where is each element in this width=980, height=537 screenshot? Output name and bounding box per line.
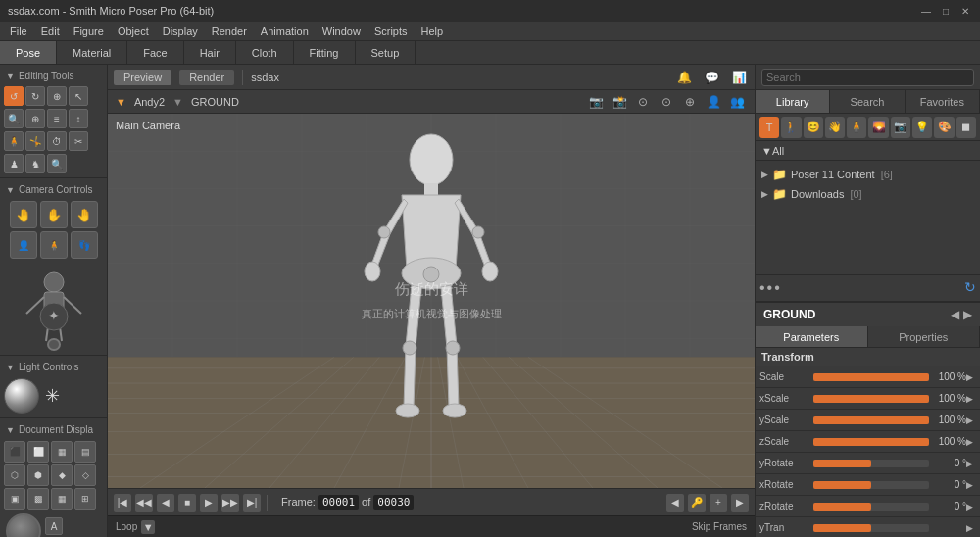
bell-icon[interactable]: 🔔: [674, 68, 694, 87]
tool-clock[interactable]: ⏱: [47, 131, 67, 151]
tool-chess[interactable]: ♟: [4, 154, 24, 173]
frame-total[interactable]: 00030: [373, 495, 414, 510]
vp-tab-render[interactable]: Render: [179, 70, 234, 85]
tab-face[interactable]: Face: [127, 41, 183, 64]
param-arrow-xrotate[interactable]: ▶: [966, 480, 976, 490]
chart-icon[interactable]: 📊: [729, 68, 749, 87]
doc-icon-12[interactable]: ⊞: [74, 488, 96, 510]
circle1-icon[interactable]: ⊙: [633, 92, 653, 112]
tool-arrow[interactable]: ↖: [69, 86, 88, 106]
tab-cloth[interactable]: Cloth: [236, 41, 294, 64]
tool-figure2[interactable]: 🤸: [25, 131, 45, 151]
rib-render-icon[interactable]: 🎨: [934, 117, 954, 138]
tool-menu[interactable]: ≡: [47, 109, 67, 128]
menu-help[interactable]: Help: [416, 24, 450, 39]
bc-rewind[interactable]: ◀: [666, 494, 684, 512]
lib-tab-search[interactable]: Search: [830, 90, 905, 113]
tab-hair[interactable]: Hair: [184, 41, 236, 64]
person-add-icon[interactable]: 👤: [704, 92, 723, 112]
tree-item-poser11[interactable]: ▶ 📁 Poser 11 Content [6]: [760, 165, 976, 184]
menu-file[interactable]: File: [4, 24, 33, 39]
cam-btn-hand-up[interactable]: ✋: [40, 201, 68, 228]
loop-dropdown[interactable]: ▼: [141, 520, 155, 534]
play-end-btn[interactable]: ▶|: [243, 494, 261, 512]
dots-icon[interactable]: •••: [760, 279, 782, 297]
rib-mat-icon[interactable]: ◼: [956, 117, 976, 138]
tool-chess2[interactable]: ♞: [25, 154, 45, 173]
param-arrow-yrotate[interactable]: ▶: [966, 459, 976, 468]
doc-icon-11[interactable]: ▦: [51, 488, 73, 510]
param-slider-ytran[interactable]: [813, 521, 929, 535]
bc-key[interactable]: 🔑: [688, 494, 706, 512]
play-start-btn[interactable]: |◀: [114, 494, 131, 512]
play-stop-btn[interactable]: ■: [178, 494, 196, 512]
tool-zoom-out[interactable]: 🔍: [4, 109, 24, 128]
param-arrow-yscale[interactable]: ▶: [966, 415, 976, 425]
rib-walk-icon[interactable]: 🚶: [781, 117, 801, 138]
tool-zoom-in[interactable]: ⊕: [25, 109, 45, 128]
rib-body-icon[interactable]: 🧍: [847, 117, 866, 138]
tool-extra[interactable]: ↕: [69, 109, 88, 128]
chat-icon[interactable]: 💬: [702, 68, 721, 87]
doc-icon-10[interactable]: ▩: [27, 488, 49, 510]
tool-add[interactable]: ⊕: [47, 86, 67, 106]
menu-figure[interactable]: Figure: [68, 24, 110, 39]
tool-rotate[interactable]: ↺: [4, 86, 24, 106]
person2-icon[interactable]: 👥: [727, 92, 747, 112]
doc-icon-6[interactable]: ⬢: [27, 464, 49, 486]
doc-sphere[interactable]: [6, 513, 41, 537]
param-arrow-zrotate[interactable]: ▶: [966, 502, 976, 512]
tool-search[interactable]: 🔍: [47, 154, 67, 173]
rib-cam-icon[interactable]: 📷: [891, 117, 910, 138]
cam-btn-foot[interactable]: 👣: [71, 231, 98, 259]
params-collapse-btn[interactable]: ◀: [951, 308, 959, 321]
tool-cut[interactable]: ✂: [69, 131, 88, 151]
cam-btn-body[interactable]: 🧍: [40, 231, 68, 259]
param-slider-zscale[interactable]: [813, 435, 929, 449]
param-arrow-zscale[interactable]: ▶: [966, 437, 976, 447]
add-icon[interactable]: ⊕: [680, 92, 700, 112]
tool-figure1[interactable]: 🧍: [4, 131, 24, 151]
tree-item-downloads[interactable]: ▶ 📁 Downloads [0]: [760, 184, 976, 204]
rib-figure-icon[interactable]: T: [760, 117, 779, 138]
doc-icon-1[interactable]: ⬛: [4, 441, 25, 463]
refresh-icon[interactable]: ↻: [964, 279, 976, 297]
rib-light-icon[interactable]: 💡: [912, 117, 932, 138]
lib-tab-favorites[interactable]: Favorites: [906, 90, 980, 113]
params-expand-btn[interactable]: ▶: [963, 308, 972, 321]
doc-icon-2[interactable]: ⬜: [27, 441, 49, 463]
doc-icon-8[interactable]: ◇: [74, 464, 96, 486]
params-tab-parameters[interactable]: Parameters: [756, 326, 868, 347]
close-button[interactable]: ✕: [958, 4, 972, 18]
play-back-btn[interactable]: ◀: [157, 494, 174, 512]
doc-icon-3[interactable]: ▦: [51, 441, 73, 463]
menu-object[interactable]: Object: [112, 24, 155, 39]
param-arrow-scale[interactable]: ▶: [966, 372, 976, 382]
param-slider-xscale[interactable]: [813, 392, 929, 406]
param-slider-yrotate[interactable]: [813, 457, 929, 470]
rib-scene-icon[interactable]: 🌄: [868, 117, 888, 138]
play-next-btn[interactable]: ▶▶: [221, 494, 239, 512]
camera2-icon[interactable]: 📸: [610, 92, 629, 112]
doc-icon-7[interactable]: ◆: [51, 464, 73, 486]
cam-btn-hand-right[interactable]: 🤚: [71, 201, 98, 228]
param-arrow-xscale[interactable]: ▶: [966, 394, 976, 404]
tool-redo[interactable]: ↻: [25, 86, 45, 106]
vp-tab-preview[interactable]: Preview: [114, 70, 172, 85]
cam-btn-hand-left[interactable]: 🤚: [10, 201, 37, 228]
search-input[interactable]: [761, 69, 974, 86]
param-slider-yscale[interactable]: [813, 414, 929, 427]
param-slider-xrotate[interactable]: [813, 478, 929, 492]
tab-fitting[interactable]: Fitting: [294, 41, 356, 64]
play-prev-btn[interactable]: ◀◀: [135, 494, 153, 512]
menu-edit[interactable]: Edit: [35, 24, 66, 39]
doc-icon-5[interactable]: ⬡: [4, 464, 25, 486]
cam-btn-head[interactable]: 👤: [10, 231, 37, 259]
menu-display[interactable]: Display: [157, 24, 204, 39]
play-forward-btn[interactable]: ▶: [200, 494, 218, 512]
param-slider-scale[interactable]: [813, 370, 929, 384]
menu-scripts[interactable]: Scripts: [368, 24, 414, 39]
bc-forward[interactable]: ▶: [731, 494, 749, 512]
camera1-icon[interactable]: 📷: [586, 92, 606, 112]
doc-icon-9[interactable]: ▣: [4, 488, 25, 510]
